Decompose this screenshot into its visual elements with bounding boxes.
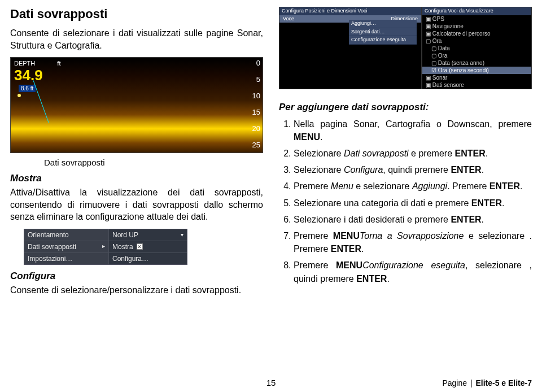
tree-item: ▣ Calcolatore di percorso — [422, 30, 531, 37]
tree-item: ▣ Sonar — [422, 74, 531, 81]
small-depth: 8.6 ft — [19, 85, 36, 92]
chevron-down-icon: ▾ — [181, 232, 183, 238]
panel-title: Configura Posizioni e Dimensioni Voci — [279, 7, 421, 15]
sonar-scale: 0 5 10 15 20 25 — [252, 58, 260, 153]
sonar-bubble-marker — [18, 94, 21, 97]
tree-item: ▢ Data — [422, 45, 531, 52]
config-panel-positions: Configura Posizioni e Dimensioni Voci Vo… — [279, 7, 422, 89]
tree-item: ▢ Ora — [422, 37, 531, 45]
menu-value: Nord UP ▾ — [109, 229, 187, 241]
action-add: Aggiungi… — [349, 20, 417, 28]
step-item: Premere MENUConfigurazione eseguita, sel… — [294, 259, 532, 285]
steps-list: Nella pagina Sonar, Cartografia o Downsc… — [279, 117, 532, 285]
checkbox-icon: ✕ — [137, 243, 143, 250]
sonar-screenshot: DEPTH ft 34.9 8.6 ft 0 5 10 15 20 25 — [10, 57, 263, 153]
menu-label: Impostazioni… — [24, 253, 109, 264]
steps-heading: Per aggiungere dati sovrapposti: — [279, 102, 532, 113]
menu-label: Orientamento — [24, 229, 109, 241]
chevron-right-icon: ▸ — [102, 243, 105, 249]
scale-val: 10 — [252, 92, 260, 100]
step-item: Selezionare Configura, quindi premere EN… — [294, 163, 532, 176]
scale-val: 5 — [252, 75, 260, 84]
configura-para: Consente di selezionare/personalizzare i… — [10, 284, 263, 297]
scale-val: 25 — [252, 141, 260, 149]
config-boxes: Configura Posizioni e Dimensioni Voci Vo… — [279, 7, 532, 89]
depth-label: DEPTH — [14, 60, 35, 67]
depth-value: 34.9 — [14, 67, 43, 84]
menu-row: Dati sovrapposti ▸ Mostra ✕ — [24, 241, 187, 253]
action-sources: Sorgenti dati… — [349, 28, 417, 37]
menu-row: Impostazioni… Configura… — [24, 253, 187, 264]
mostra-para: Attiva/Disattiva la visualizzazione dei … — [10, 186, 263, 223]
panel-title: Configura Voci da Visualizzare — [422, 7, 531, 15]
scale-val: 15 — [252, 108, 260, 116]
depth-unit: ft — [57, 60, 60, 67]
step-item: Selezionare una categoria di dati e prem… — [294, 197, 532, 210]
config-panel-fields: Configura Voci da Visualizzare ▣ GPS▣ Na… — [422, 7, 532, 89]
page-number: 15 — [0, 378, 542, 387]
menu-label-text: Dati sovrapposti — [28, 243, 76, 251]
step-item: Premere Menu e selezionare Aggiungi. Pre… — [294, 180, 532, 193]
menu-value-text: Nord UP — [112, 231, 138, 239]
step-item: Premere MENUTorna a Sovrapposizione e se… — [294, 229, 532, 255]
step-item: Selezionare i dati desiderati e premere … — [294, 213, 532, 226]
scale-val: 0 — [252, 59, 260, 67]
menu-screenshot: Orientamento Nord UP ▾ Dati sovrapposti … — [24, 229, 187, 265]
step-item: Nella pagina Sonar, Cartografia o Downsc… — [294, 117, 532, 143]
menu-value: Mostra ✕ — [109, 241, 187, 252]
tree-item: ▢ Ora — [422, 52, 531, 59]
menu-value: Configura… — [109, 253, 187, 264]
tree-item: ☑ Ora (senza secondi) — [422, 67, 531, 74]
intro-para: Consente di selezionare i dati visualizz… — [10, 27, 263, 51]
menu-row: Orientamento Nord UP ▾ — [24, 229, 187, 241]
sonar-callout-line — [33, 81, 49, 124]
tree-item: ▣ Dati sensore — [422, 81, 531, 89]
tree-item: ▣ Navigazione — [422, 23, 531, 30]
menu-value-text: Mostra — [112, 243, 133, 251]
configura-heading: Configura — [10, 271, 263, 282]
mostra-heading: Mostra — [10, 173, 263, 184]
menu-label: Dati sovrapposti ▸ — [24, 241, 109, 252]
panel-actions: Aggiungi… Sorgenti dati… Configurazione … — [349, 20, 417, 45]
section-title: Dati sovrapposti — [10, 7, 263, 21]
step-item: Selezionare Dati sovrapposti e premere E… — [294, 147, 532, 160]
scale-val: 20 — [252, 124, 260, 133]
action-done: Configurazione eseguita — [349, 36, 417, 45]
tree-item: ▣ GPS — [422, 15, 531, 23]
tree-item: ▢ Data (senza anno) — [422, 59, 531, 67]
sonar-overlay-caption: Dati sovrapposti — [44, 158, 263, 167]
tree-list: ▣ GPS▣ Navigazione▣ Calcolatore di perco… — [422, 15, 531, 89]
